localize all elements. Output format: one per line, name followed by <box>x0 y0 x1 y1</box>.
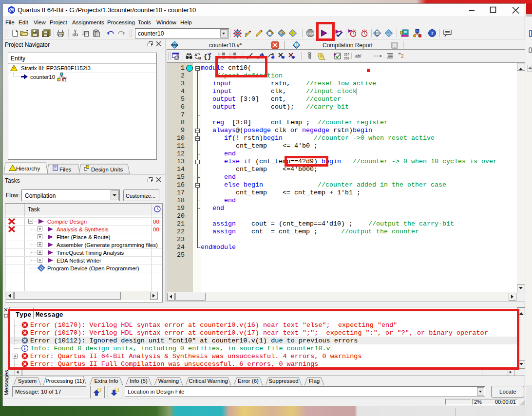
svg-text:B: B <box>198 56 201 60</box>
svg-text:A: A <box>194 53 197 57</box>
svg-text:268: 268 <box>344 57 349 60</box>
svg-text:2: 2 <box>401 54 404 59</box>
svg-text:ab/: ab/ <box>355 54 361 58</box>
svg-text:267: 267 <box>344 53 349 56</box>
svg-text:STOP: STOP <box>307 32 314 35</box>
svg-text:?: ? <box>431 30 434 36</box>
svg-text:abc: abc <box>171 43 178 47</box>
